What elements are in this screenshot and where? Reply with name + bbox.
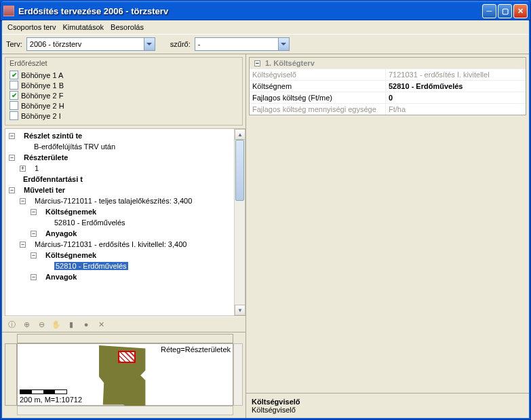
prop-row[interactable]: Fajlagos költség mennyiségi egységeFt/ha [250,103,526,115]
pan-icon[interactable]: ✋ [51,319,62,330]
collapse-icon[interactable]: − [254,60,260,66]
terv-label: Terv: [6,40,22,48]
app-icon [3,5,14,16]
map-canvas[interactable]: Réteg=Részterületek 200 m, M=1:10712 [17,343,233,406]
info-icon[interactable]: ⓘ [6,319,17,330]
szuro-value: - [198,40,201,48]
checkbox-icon[interactable]: ✔ [9,91,18,100]
list-item[interactable]: ✔Böhönye 1 A [8,70,239,80]
folder-icon[interactable]: ▮ [66,319,77,330]
collapse-icon[interactable]: − [9,187,15,193]
titlebar: Erdősítés tervezése 2006 - törzsterv ─ ▢… [1,1,530,21]
map-scale-label: 200 m, M=1:10712 [20,396,82,404]
minimize-button[interactable]: ─ [482,4,496,18]
close-button[interactable]: ✕ [513,4,528,18]
szuro-label: szűrő: [170,40,191,48]
szuro-combo[interactable]: - [195,37,290,51]
zoom-in-icon[interactable]: ⊕ [21,319,32,330]
erdoreszlet-list: ✔Böhönye 1 A Böhönye 1 B ✔Böhönye 2 F Bö… [5,69,242,125]
operations-tree[interactable]: −Részlet szintű te B-erdőfelújítás TRV u… [5,128,245,316]
map-panel: Réteg=Részterületek 200 m, M=1:10712 [5,334,243,415]
circle-icon[interactable]: ● [81,319,92,330]
map-layer-label: Réteg=Részterületek [161,345,231,354]
collapse-icon[interactable]: − [31,274,37,280]
checkbox-icon[interactable] [9,111,18,120]
list-item[interactable]: Böhönye 2 H [8,100,239,111]
window-title: Erdősítés tervezése 2006 - törzsterv [18,6,482,16]
tree-selected[interactable]: 52810 - Erdőművelés [54,262,128,270]
map-toolbar: ⓘ ⊕ ⊖ ✋ ▮ ● ✕ [2,316,245,332]
terv-combo[interactable]: 2006 - törzsterv [26,37,155,51]
list-item[interactable]: ✔Böhönye 2 F [8,90,239,100]
menubar: Csoportos terv Kimutatások Besorolás [2,20,529,34]
collapse-icon[interactable]: − [31,209,37,215]
propgrid-header[interactable]: − 1. Költségterv [250,58,526,69]
prop-row[interactable]: Költségnem52810 - Erdőművelés [250,80,526,92]
zoom-out-icon[interactable]: ⊖ [36,319,47,330]
map-scroll-v[interactable] [233,343,243,406]
tree-scrollbar[interactable]: ▲ ▼ [234,129,245,316]
prop-row[interactable]: Költségviselő7121031 - erdősítés I. kivi… [250,69,526,80]
list-item[interactable]: Böhönye 2 I [8,111,239,121]
checkbox-icon[interactable]: ✔ [9,71,18,79]
chevron-down-icon [278,38,289,50]
terv-value: 2006 - törzsterv [30,40,81,48]
ruler-vertical [5,343,17,406]
scroll-thumb[interactable] [235,140,244,201]
menu-csoportos[interactable]: Csoportos terv [7,23,56,31]
menu-besorolas[interactable]: Besorolás [111,23,144,31]
collapse-icon[interactable]: − [31,231,37,237]
erdoreszlet-group: Erdőrészlet ✔Böhönye 1 A Böhönye 1 B ✔Bö… [5,57,243,126]
checkbox-icon[interactable] [9,81,18,90]
checkbox-icon[interactable] [9,101,18,110]
collapse-icon[interactable]: − [9,133,15,139]
scroll-down-icon[interactable]: ▼ [235,305,245,316]
scroll-up-icon[interactable]: ▲ [235,129,245,140]
ruler-horizontal [17,334,233,343]
scale-bar-icon [20,390,67,394]
map-selection-shape [118,351,136,363]
help-panel: Költségviselő Költségviselő [246,393,529,418]
collapse-icon[interactable]: − [31,252,37,259]
property-grid: − 1. Költségterv Költségviselő7121031 - … [249,57,526,115]
maximize-button[interactable]: ▢ [498,4,512,18]
expand-icon[interactable]: + [20,166,26,172]
prop-row[interactable]: Fajlagos költség (Ft/me)0 [250,92,526,103]
help-desc: Költségviselő [252,406,524,414]
erdoreszlet-title: Erdőrészlet [5,58,242,69]
collapse-icon[interactable]: − [20,242,26,248]
filter-bar: Terv: 2006 - törzsterv szűrő: - [2,34,529,54]
collapse-icon[interactable]: − [9,155,15,161]
map-scroll-h[interactable] [17,406,233,415]
help-title: Költségviselő [252,398,524,406]
chevron-down-icon [144,38,155,50]
list-item[interactable]: Böhönye 1 B [8,80,239,90]
clear-icon[interactable]: ✕ [96,319,106,330]
collapse-icon[interactable]: − [20,198,26,204]
menu-kimutatasok[interactable]: Kimutatások [63,23,104,31]
